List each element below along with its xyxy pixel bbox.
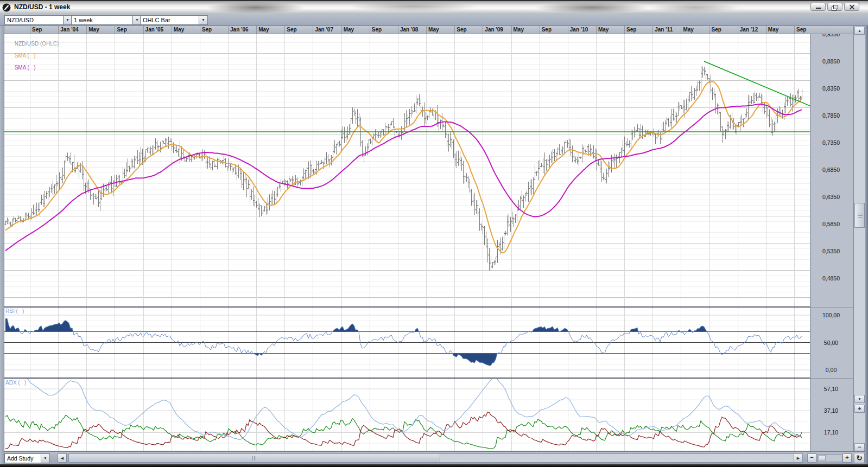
date-tick: Sep [794,26,806,34]
date-tick: Sep [115,26,126,34]
date-tick: Jan '12 [738,26,758,34]
close-button[interactable] [844,3,859,11]
axis-label: 0,6350 [810,194,852,200]
date-tick: Sep [370,26,382,34]
add-study-value[interactable]: Add Study [4,453,41,463]
date-tick: May [766,26,778,34]
legend-sma-slow: SMA ( ) [15,65,36,71]
reset-view-button[interactable]: ↻ [854,453,865,463]
axis-label: 0,7350 [810,139,852,146]
window-left-frame [0,26,4,464]
timeframe-select-value[interactable]: 1 week [71,15,132,25]
chart-type-select-value[interactable]: OHLC Bar [140,15,199,25]
zoom-slider[interactable] [818,454,842,462]
date-tick: May [426,26,439,34]
vertical-zoom-in-button[interactable]: + [854,405,865,413]
trading-station-window: NZD/USD - 1 week NZD/USD ▼ 1 week ▼ OHLC… [0,0,868,467]
sma-slow-line [5,104,802,251]
window-right-frame [865,26,868,464]
date-tick: Sep [540,26,552,34]
toolbar: NZD/USD ▼ 1 week ▼ OHLC Bar ▼ Price Box … [0,13,868,26]
axis-label: 0,4850 [810,275,852,282]
minimize-icon [816,8,821,9]
vertical-zoom-out-button[interactable]: − [854,443,865,451]
axis-label: 0,6850 [810,167,852,173]
date-tick: May [86,26,99,34]
axis-label: 100,00 [810,312,852,318]
scroll-right-button[interactable]: ▶ [794,453,803,463]
axis-label: 0,8850 [810,58,852,65]
add-study-select[interactable]: Add Study ▼ [4,453,50,463]
legend-sma-fast: SMA ( ) [15,53,36,59]
scroll-down-button[interactable]: ▼ [854,395,865,403]
date-tick: May [511,26,524,34]
date-tick: Jan '09 [483,26,503,34]
axis-label: 0,5850 [810,221,852,227]
scroll-up-button[interactable]: ▲ [854,27,865,35]
zoom-in-button[interactable]: + [842,453,852,463]
vertical-scroll-thumb[interactable] [854,203,865,228]
thumb-grip-icon [858,214,863,218]
price-axis: 0,93500,88500,83500,78500,73500,68500,63… [810,34,853,451]
thumb-grip-icon [252,456,257,460]
chart-canvas[interactable] [4,34,810,451]
date-tick: Sep [30,26,42,34]
date-axis: SepJan '04MaySepJan '05MaySepJan '06MayS… [4,26,853,34]
timeframe-select[interactable]: 1 week ▼ [71,15,142,25]
chevron-down-icon[interactable]: ▼ [41,453,50,463]
bottom-bar: Add Study ▼ ◀ ▶ − + ↻ [4,451,865,464]
vertical-scrollbar[interactable]: ▲ ▼ + − [853,26,865,451]
legend-symbol-type: (OHLC) [39,41,59,47]
date-tick: Jan '11 [652,26,673,34]
axis-label: 0,00 [810,367,852,373]
axis-label: 57,10 [810,386,852,392]
date-tick: May [172,26,184,34]
axis-label: 37,10 [810,407,852,414]
date-tick: Sep [200,26,212,34]
axis-label: 17,10 [810,429,852,436]
axis-label: 0,8350 [810,85,852,92]
chevron-down-icon[interactable]: ▼ [199,15,208,25]
date-tick: Jan '04 [58,26,79,34]
rsi-overbought-fill [5,318,802,366]
descending-trendline [704,61,810,106]
zoom-out-button[interactable]: − [807,453,816,463]
date-tick: May [681,26,693,34]
window-bottom-edge [0,464,868,467]
date-tick: Jan '05 [143,26,164,34]
zoom-slider-thumb[interactable] [819,455,826,461]
main-chart-legend: NZD/USD (OHLC) SMA ( ) SMA ( ) [5,35,59,76]
date-tick: Jan '06 [228,26,249,34]
symbol-select-value[interactable]: NZD/USD [4,15,63,25]
axis-label: 0,9350 [810,34,852,37]
rsi-line [5,318,802,366]
date-tick: Sep [454,26,466,34]
date-tick: Jan '08 [398,26,419,34]
axis-label: 50,00 [810,340,852,346]
legend-symbol: NZD/USD [15,41,39,47]
date-tick: May [341,26,354,34]
restore-icon [833,5,838,9]
date-tick: May [596,26,609,34]
grid-lines [4,34,810,451]
minimize-button[interactable] [810,3,826,11]
chart-plot-area[interactable]: NZD/USD (OHLC) SMA ( ) SMA ( ) RSI ( ) A… [4,34,810,451]
restore-button[interactable] [827,3,842,11]
app-logo-icon [2,3,11,12]
axis-label: 0,7850 [810,112,852,119]
date-tick: Jan '10 [568,26,588,34]
horizontal-scroll-thumb[interactable] [69,454,440,462]
symbol-select[interactable]: NZD/USD ▼ [4,15,72,25]
date-tick: Sep [709,26,721,34]
scroll-left-button[interactable]: ◀ [58,453,67,463]
rsi-panel-label: RSI ( ) [5,308,24,314]
gutter-separator [810,307,853,308]
window-title: NZD/USD - 1 week [14,1,70,13]
horizontal-scrollbar[interactable] [68,453,798,463]
gutter-separator [810,378,853,379]
chart-type-select[interactable]: OHLC Bar ▼ [140,15,208,25]
adx-panel-label: ADX ( ) [5,380,26,386]
date-tick: May [256,26,269,34]
title-bar: NZD/USD - 1 week [0,0,868,13]
date-tick: Sep [284,26,296,34]
